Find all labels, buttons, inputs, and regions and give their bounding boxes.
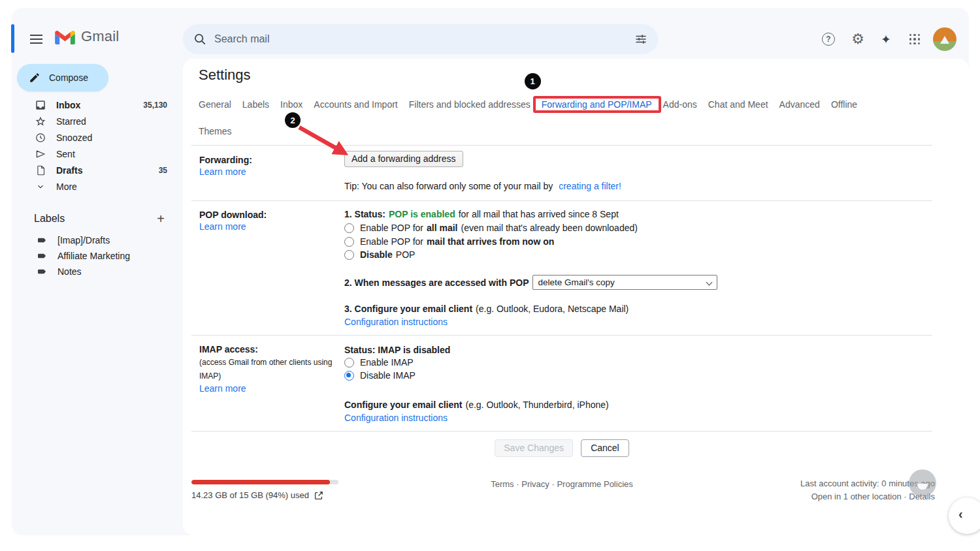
gmail-m-icon xyxy=(55,29,75,44)
tab-inbox[interactable]: Inbox xyxy=(280,99,302,110)
send-icon xyxy=(34,148,47,160)
pop-option-disable[interactable]: Disable POP xyxy=(344,249,932,260)
left-accent-bar xyxy=(11,24,14,53)
radio-button[interactable] xyxy=(344,250,354,260)
cancel-button[interactable]: Cancel xyxy=(581,439,629,457)
creating-a-filter-link[interactable]: creating a filter! xyxy=(559,181,621,191)
app-name: Gmail xyxy=(81,28,119,45)
storage-text: 14.23 GB of 15 GB (94%) used xyxy=(191,490,309,500)
pop-configuration-instructions-link[interactable]: Configuration instructions xyxy=(344,317,448,327)
pop-status-line: 1. Status: POP is enabled for all mail t… xyxy=(344,209,932,219)
compose-label: Compose xyxy=(49,72,88,83)
actions-section: Save Changes Cancel xyxy=(191,431,932,467)
tab-themes[interactable]: Themes xyxy=(199,126,232,136)
imap-heading: IMAP access: xyxy=(199,343,338,356)
label-tag-icon xyxy=(35,251,48,261)
sidebar-item-more[interactable]: More xyxy=(12,178,183,195)
imap-option-enable[interactable]: Enable IMAP xyxy=(344,357,932,368)
radio-button[interactable] xyxy=(344,358,354,368)
imap-learn-more-link[interactable]: Learn more xyxy=(199,383,246,394)
inbox-icon xyxy=(34,99,47,111)
radio-button-selected[interactable] xyxy=(344,371,354,381)
forwarding-tip: Tip: You can also forward only some of y… xyxy=(344,181,932,191)
side-panel-collapse-button[interactable]: ‹ xyxy=(949,497,980,534)
pop-step3-line: 3. Configure your email client (e.g. Out… xyxy=(344,304,932,314)
pop-option-from-now-on[interactable]: Enable POP for mail that arrives from no… xyxy=(344,236,932,247)
chevron-down-icon xyxy=(34,182,47,191)
labels-list: [Imap]/Drafts Affiliate Marketing Notes xyxy=(12,232,183,279)
search-input[interactable]: Search mail xyxy=(214,33,634,45)
tab-general[interactable]: General xyxy=(199,99,231,110)
label-item[interactable]: Notes xyxy=(12,264,183,279)
annotation-step2-badge: 2 xyxy=(285,112,301,128)
tab-add-ons[interactable]: Add-ons xyxy=(663,99,697,110)
imap-configure-line: Configure your email client (e.g. Outloo… xyxy=(344,400,932,410)
tab-advanced[interactable]: Advanced xyxy=(779,99,820,110)
compose-button[interactable]: Compose xyxy=(17,64,108,91)
label-item[interactable]: [Imap]/Drafts xyxy=(12,232,183,248)
pop-learn-more-link[interactable]: Learn more xyxy=(199,221,246,232)
privacy-link[interactable]: Privacy xyxy=(521,479,549,489)
annotation-step1-badge: 1 xyxy=(525,73,541,89)
labels-section-header: Labels + xyxy=(12,210,183,227)
label-tag-icon xyxy=(35,235,48,245)
gmail-logo: Gmail xyxy=(55,28,119,45)
tab-offline[interactable]: Offline xyxy=(831,99,857,110)
draft-count: 35 xyxy=(159,166,167,175)
search-options-icon[interactable] xyxy=(634,33,647,46)
page-title: Settings xyxy=(199,67,251,84)
tab-forwarding-and-pop-imap[interactable]: Forwarding and POP/IMAP 1 xyxy=(542,99,652,110)
programme-policies-link[interactable]: Programme Policies xyxy=(557,479,632,489)
star-icon xyxy=(34,116,47,127)
sidebar-item-inbox[interactable]: Inbox 35,130 xyxy=(12,97,183,113)
pop-heading: POP download: xyxy=(199,208,338,221)
gemini-sparkle-icon[interactable]: ✦ xyxy=(873,26,899,52)
tab-labels[interactable]: Labels xyxy=(242,99,269,110)
pop-option-all-mail[interactable]: Enable POP for all mail (even mail that'… xyxy=(344,223,932,233)
create-label-icon[interactable]: + xyxy=(157,212,165,225)
tab-filters-and-blocked-addresses[interactable]: Filters and blocked addresses xyxy=(409,99,531,110)
labels-heading: Labels xyxy=(34,213,65,225)
external-link-icon[interactable] xyxy=(314,491,323,500)
imap-option-disable[interactable]: Disable IMAP xyxy=(344,370,932,381)
label-item[interactable]: Affiliate Marketing xyxy=(12,248,183,264)
pop-download-section: POP download: Learn more 1. Status: POP … xyxy=(191,200,932,335)
help-icon[interactable]: ? xyxy=(815,26,841,52)
imap-status-line: Status: IMAP is disabled xyxy=(344,343,932,356)
terms-link[interactable]: Terms xyxy=(491,479,514,489)
draft-icon xyxy=(34,165,47,176)
save-changes-button[interactable]: Save Changes xyxy=(495,439,573,457)
chevron-left-icon: ‹ xyxy=(958,507,963,522)
sidebar-item-starred[interactable]: Starred xyxy=(12,113,183,129)
clock-icon xyxy=(34,132,47,144)
tab-chat-and-meet[interactable]: Chat and Meet xyxy=(708,99,768,110)
avatar[interactable] xyxy=(933,27,956,51)
sidebar-item-snoozed[interactable]: Snoozed xyxy=(12,129,183,146)
radio-button[interactable] xyxy=(344,223,354,233)
gmail-window: Gmail Search mail ? ⚙ ✦ Compose Inbox xyxy=(12,8,969,535)
settings-gear-icon[interactable]: ⚙ xyxy=(845,26,871,52)
sidebar-nav: Inbox 35,130 Starred Snoozed Sent Draf xyxy=(12,97,183,195)
label-tag-icon xyxy=(35,266,48,277)
imap-configuration-instructions-link[interactable]: Configuration instructions xyxy=(344,413,448,423)
apps-grid-icon[interactable] xyxy=(902,26,928,52)
imap-subheading: (access Gmail from other clients using I… xyxy=(199,356,338,383)
settings-panel: Settings General Labels Inbox Accounts a… xyxy=(183,59,969,535)
forwarding-section: Forwarding: Learn more Add a forwarding … xyxy=(191,145,932,200)
pop-action-dropdown[interactable]: delete Gmail's copy xyxy=(532,275,717,290)
pop-step2-line: 2. When messages are accessed with POP d… xyxy=(344,275,932,290)
tab-accounts-and-import[interactable]: Accounts and Import xyxy=(314,99,397,110)
sidebar-item-drafts[interactable]: Drafts 35 xyxy=(12,162,183,178)
forwarding-learn-more-link[interactable]: Learn more xyxy=(199,166,246,177)
settings-tabs-row-1: General Labels Inbox Accounts and Import… xyxy=(199,95,857,114)
add-forwarding-address-button[interactable]: Add a forwarding address xyxy=(344,151,463,167)
radio-button[interactable] xyxy=(344,237,354,247)
forwarding-heading: Forwarding: xyxy=(199,153,338,166)
active-tab-label: Forwarding and POP/IMAP xyxy=(542,99,652,110)
sidebar-item-sent[interactable]: Sent xyxy=(12,146,183,162)
pencil-icon xyxy=(29,72,41,84)
search-bar[interactable]: Search mail xyxy=(183,24,658,54)
search-icon[interactable] xyxy=(193,33,206,46)
feedback-bubble[interactable] xyxy=(909,469,936,497)
hamburger-menu-icon[interactable] xyxy=(26,30,46,48)
